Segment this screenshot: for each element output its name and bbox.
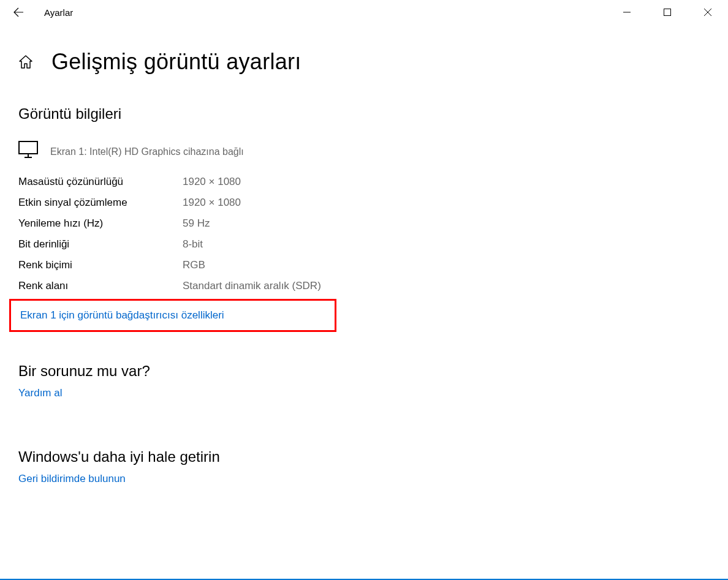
minimize-button[interactable] — [607, 0, 647, 24]
question-section: Bir sorunuz mu var? Yardım al — [18, 363, 710, 399]
minimize-icon — [623, 9, 631, 16]
info-value: Standart dinamik aralık (SDR) — [183, 280, 321, 292]
table-row: Bit derinliği 8-bit — [18, 234, 710, 255]
home-button[interactable] — [18, 55, 33, 69]
info-label: Etkin sinyal çözümleme — [18, 197, 183, 209]
monitor-icon — [18, 141, 38, 158]
app-title: Ayarlar — [44, 7, 73, 18]
info-value: 1920 × 1080 — [183, 176, 241, 188]
titlebar: Ayarlar — [0, 0, 728, 24]
info-value: 8-bit — [183, 238, 203, 250]
info-label: Yenileme hızı (Hz) — [18, 217, 183, 230]
question-title: Bir sorunuz mu var? — [18, 363, 710, 380]
info-label: Masaüstü çözünürlüğü — [18, 176, 183, 188]
display-description: Ekran 1: Intel(R) HD Graphics cihazına b… — [50, 146, 244, 158]
close-button[interactable] — [688, 0, 728, 24]
table-row: Masaüstü çözünürlüğü 1920 × 1080 — [18, 171, 710, 192]
display-info-title: Görüntü bilgileri — [18, 105, 710, 122]
close-icon — [703, 8, 712, 17]
content-area: Gelişmiş görüntü ayarları Görüntü bilgil… — [0, 24, 728, 485]
window-controls — [607, 0, 728, 24]
feedback-section: Windows'u daha iyi hale getirin Geri bil… — [18, 448, 710, 485]
table-row: Yenileme hızı (Hz) 59 Hz — [18, 213, 710, 234]
info-value: RGB — [183, 259, 205, 271]
display-info-table: Masaüstü çözünürlüğü 1920 × 1080 Etkin s… — [18, 171, 710, 296]
display-icon-row: Ekran 1: Intel(R) HD Graphics cihazına b… — [18, 141, 710, 158]
svg-rect-4 — [19, 141, 37, 154]
titlebar-left: Ayarlar — [12, 6, 73, 18]
get-help-link[interactable]: Yardım al — [18, 387, 63, 399]
table-row: Renk alanı Standart dinamik aralık (SDR) — [18, 276, 710, 296]
page-title: Gelişmiş görüntü ayarları — [51, 49, 301, 75]
info-label: Bit derinliği — [18, 238, 183, 250]
display-block: Ekran 1: Intel(R) HD Graphics cihazına b… — [18, 141, 710, 350]
info-label: Renk biçimi — [18, 259, 183, 271]
info-label: Renk alanı — [18, 280, 183, 292]
home-icon — [18, 55, 33, 69]
info-value: 1920 × 1080 — [183, 197, 241, 209]
back-arrow-icon — [13, 7, 24, 18]
table-row: Renk biçimi RGB — [18, 255, 710, 276]
feedback-link[interactable]: Geri bildirimde bulunun — [18, 473, 126, 484]
adapter-link-highlight: Ekran 1 için görüntü bağdaştırıcısı özel… — [9, 299, 336, 332]
back-button[interactable] — [12, 6, 25, 18]
table-row: Etkin sinyal çözümleme 1920 × 1080 — [18, 192, 710, 213]
maximize-icon — [664, 9, 671, 16]
maximize-button[interactable] — [647, 0, 688, 24]
svg-rect-1 — [664, 9, 671, 16]
feedback-title: Windows'u daha iyi hale getirin — [18, 448, 710, 465]
display-adapter-link[interactable]: Ekran 1 için görüntü bağdaştırıcısı özel… — [20, 309, 224, 321]
info-value: 59 Hz — [183, 217, 210, 230]
page-header: Gelişmiş görüntü ayarları — [18, 49, 710, 75]
